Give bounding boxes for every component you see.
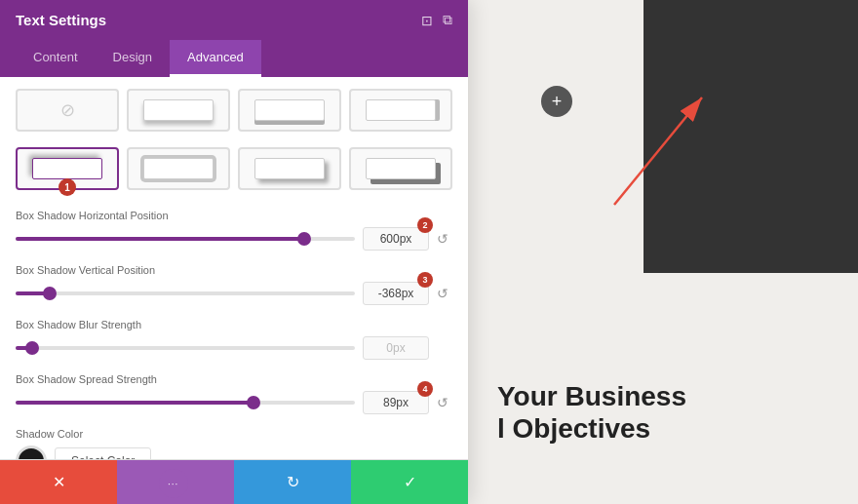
slider-thumb[interactable] [247, 396, 260, 409]
more-icon: ··· [168, 479, 178, 489]
shadow-style-none[interactable]: ⊘ [16, 89, 119, 132]
shadow-preview [143, 158, 213, 179]
shadow-style-br[interactable] [238, 147, 341, 190]
badge-3: 3 [417, 272, 433, 288]
shadow-preview [254, 158, 324, 179]
blur-strength-slider[interactable] [16, 346, 355, 350]
shadow-style-outline[interactable] [127, 147, 230, 190]
tab-design[interactable]: Design [96, 40, 170, 77]
modal-content-area: ⊘ 1 [0, 77, 468, 459]
shadow-color-label: Shadow Color [16, 428, 452, 440]
badge-1: 1 [58, 178, 76, 196]
arrow-indicator [604, 78, 722, 224]
horizontal-position-reset[interactable]: ↺ [433, 229, 452, 249]
horizontal-position-slider-row: 2 ↺ [16, 227, 452, 251]
spread-strength-slider[interactable] [16, 401, 355, 405]
shadow-preview [32, 158, 101, 179]
add-button[interactable]: + [541, 86, 572, 117]
cancel-button[interactable]: ✕ [0, 460, 117, 504]
select-color-button[interactable]: Select Color [55, 447, 151, 459]
shadow-style-heavy[interactable] [349, 147, 452, 190]
slider-thumb[interactable] [297, 232, 311, 246]
shadow-style-bottom[interactable] [127, 89, 230, 132]
horizontal-position-slider[interactable] [16, 237, 355, 241]
vertical-position-label: Box Shadow Vertical Position [16, 264, 452, 276]
vertical-position-slider-row: 3 ↺ [16, 282, 452, 305]
shadow-color-setting: Shadow Color 5 Select Color [16, 428, 452, 459]
slider-fill [16, 401, 254, 405]
horizontal-position-setting: Box Shadow Horizontal Position 2 ↺ [16, 210, 452, 251]
color-swatch-wrapper: 5 [16, 446, 47, 459]
shadow-color-swatch[interactable] [16, 446, 47, 459]
blur-strength-slider-row: ↺ [16, 336, 452, 360]
shadow-preview [254, 99, 324, 121]
no-shadow-icon: ⊘ [60, 99, 75, 121]
text-settings-modal: Text Settings ⊡ ⧉ Content Design Advance… [0, 0, 468, 504]
svg-line-1 [614, 97, 702, 205]
shadow-preview [366, 99, 435, 121]
shadow-style-right[interactable] [349, 89, 452, 132]
blur-strength-setting: Box Shadow Blur Strength ↺ [16, 319, 452, 360]
slider-fill [16, 237, 304, 241]
spread-strength-setting: Box Shadow Spread Strength 4 ↺ [16, 373, 452, 414]
cancel-icon: ✕ [53, 473, 65, 491]
modal-header: Text Settings ⊡ ⧉ [0, 0, 468, 40]
shadow-style-grid-row1: ⊘ [16, 89, 452, 132]
vertical-position-setting: Box Shadow Vertical Position 3 ↺ [16, 264, 452, 305]
confirm-button[interactable]: ✓ [351, 460, 468, 504]
horizontal-position-label: Box Shadow Horizontal Position [16, 210, 452, 221]
slider-thumb[interactable] [43, 287, 57, 300]
tab-advanced[interactable]: Advanced [170, 40, 261, 77]
redo-icon: ↻ [287, 473, 299, 491]
spread-strength-label: Box Shadow Spread Strength [16, 373, 452, 385]
badge-4: 4 [417, 381, 433, 397]
shadow-style-grid-row2: 1 [16, 147, 452, 190]
shadow-style-heavy-bottom[interactable] [238, 89, 341, 132]
tab-content[interactable]: Content [16, 40, 96, 77]
focus-icon[interactable]: ⊡ [421, 13, 433, 28]
spread-strength-slider-row: 4 ↺ [16, 391, 452, 414]
plus-icon: + [552, 92, 563, 112]
modal-footer: ✕ ↺ ↻ ✓ ··· [0, 459, 468, 504]
badge-2: 2 [417, 217, 433, 233]
modal-tabs: Content Design Advanced [0, 40, 468, 77]
more-options-button[interactable]: ··· [159, 469, 188, 498]
shadow-preview [366, 158, 435, 179]
vertical-position-reset[interactable]: ↺ [433, 284, 452, 303]
vertical-position-slider[interactable] [16, 291, 355, 295]
page-heading: Your Business l Objectives [497, 380, 686, 446]
shadow-preview [143, 99, 213, 121]
shadow-style-tl[interactable]: 1 [16, 147, 119, 190]
confirm-icon: ✓ [404, 473, 416, 491]
spread-strength-reset[interactable]: ↺ [433, 393, 452, 412]
shadow-color-row: 5 Select Color [16, 446, 452, 459]
expand-icon[interactable]: ⧉ [443, 12, 452, 28]
modal-header-actions: ⊡ ⧉ [421, 12, 452, 28]
modal-title: Text Settings [16, 12, 106, 28]
blur-strength-input[interactable] [363, 336, 429, 360]
blur-strength-label: Box Shadow Blur Strength [16, 319, 452, 330]
slider-thumb[interactable] [25, 341, 39, 355]
redo-button[interactable]: ↻ [234, 460, 351, 504]
